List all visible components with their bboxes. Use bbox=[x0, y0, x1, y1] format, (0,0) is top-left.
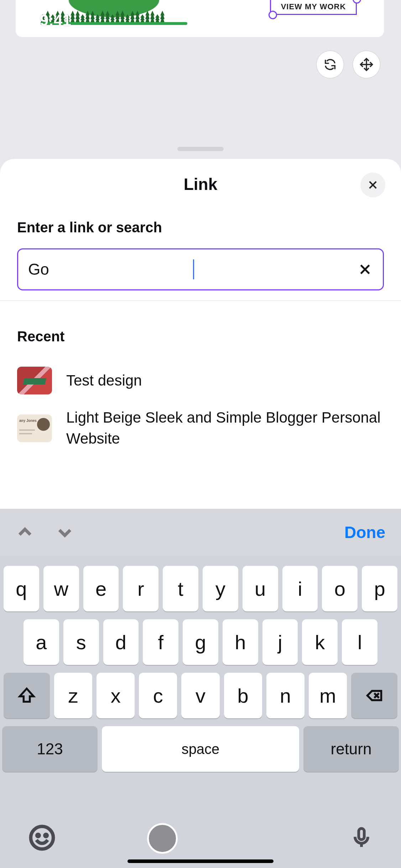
svg-point-2 bbox=[45, 835, 47, 837]
key-k[interactable]: k bbox=[302, 619, 338, 665]
status-time: 9:41 bbox=[40, 11, 71, 29]
floating-controls bbox=[316, 51, 380, 78]
move-button[interactable] bbox=[353, 51, 380, 78]
link-input-wrap[interactable]: Go bbox=[17, 248, 384, 290]
sheet-drag-handle[interactable] bbox=[177, 147, 224, 151]
recent-heading: Recent bbox=[17, 329, 384, 345]
link-input[interactable]: Go bbox=[28, 260, 192, 278]
key-x[interactable]: x bbox=[97, 673, 135, 718]
globe-button[interactable] bbox=[147, 823, 178, 854]
backspace-icon bbox=[365, 686, 384, 705]
key-p[interactable]: p bbox=[362, 566, 397, 611]
key-q[interactable]: q bbox=[4, 566, 39, 611]
key-a[interactable]: a bbox=[24, 619, 59, 665]
view-my-work-button[interactable]: VIEW MY WORK bbox=[270, 0, 357, 15]
chevron-down-icon[interactable] bbox=[56, 523, 74, 542]
key-h[interactable]: h bbox=[223, 619, 258, 665]
sheet-title: Link bbox=[17, 175, 384, 194]
emoji-icon bbox=[28, 824, 56, 851]
mic-button[interactable] bbox=[350, 824, 373, 853]
key-w[interactable]: w bbox=[43, 566, 79, 611]
key-v[interactable]: v bbox=[181, 673, 219, 718]
close-icon bbox=[367, 179, 379, 191]
return-key[interactable]: return bbox=[303, 726, 399, 772]
home-indicator[interactable] bbox=[127, 859, 274, 863]
key-o[interactable]: o bbox=[322, 566, 358, 611]
divider bbox=[0, 300, 401, 301]
emoji-button[interactable] bbox=[28, 824, 56, 853]
svg-point-0 bbox=[31, 826, 53, 849]
sync-button[interactable] bbox=[316, 51, 344, 78]
done-button[interactable]: Done bbox=[344, 523, 385, 542]
key-m[interactable]: m bbox=[309, 673, 347, 718]
key-f[interactable]: f bbox=[143, 619, 178, 665]
recent-item-label: Test design bbox=[66, 370, 142, 391]
canvas-preview: 9:41 VIEW MY WORK bbox=[0, 0, 401, 157]
recent-item[interactable]: Test design bbox=[17, 360, 384, 401]
design-card[interactable]: 9:41 VIEW MY WORK bbox=[16, 0, 384, 37]
clear-input-button[interactable] bbox=[357, 262, 373, 277]
clear-icon bbox=[358, 262, 372, 277]
text-caret bbox=[193, 259, 194, 279]
key-j[interactable]: j bbox=[262, 619, 298, 665]
key-y[interactable]: y bbox=[203, 566, 238, 611]
key-e[interactable]: e bbox=[83, 566, 119, 611]
keyboard: qwertyuiop asdfghjkl zxcvbnm 123 space r… bbox=[0, 556, 401, 868]
key-s[interactable]: s bbox=[63, 619, 99, 665]
keyboard-accessory-bar: Done bbox=[0, 509, 401, 556]
selection-handle-bl[interactable] bbox=[269, 11, 277, 19]
key-t[interactable]: t bbox=[163, 566, 198, 611]
sync-icon bbox=[323, 57, 337, 72]
key-z[interactable]: z bbox=[54, 673, 92, 718]
key-g[interactable]: g bbox=[183, 619, 218, 665]
input-label: Enter a link or search bbox=[17, 219, 384, 236]
key-d[interactable]: d bbox=[103, 619, 139, 665]
move-icon bbox=[359, 57, 374, 72]
key-l[interactable]: l bbox=[342, 619, 377, 665]
key-c[interactable]: c bbox=[139, 673, 177, 718]
shift-icon bbox=[17, 686, 36, 705]
key-i[interactable]: i bbox=[282, 566, 318, 611]
key-r[interactable]: r bbox=[123, 566, 158, 611]
recent-item[interactable]: any Jones Light Beige Sleek and Simple B… bbox=[17, 401, 384, 456]
shift-key[interactable] bbox=[4, 673, 50, 718]
recent-item-label: Light Beige Sleek and Simple Blogger Per… bbox=[66, 407, 384, 449]
close-button[interactable] bbox=[360, 172, 385, 197]
recent-thumb: any Jones bbox=[17, 414, 52, 442]
recent-list: Test design any Jones Light Beige Sleek … bbox=[17, 360, 384, 456]
chevron-up-icon[interactable] bbox=[16, 523, 34, 542]
backspace-key[interactable] bbox=[351, 673, 397, 718]
key-u[interactable]: u bbox=[243, 566, 278, 611]
recent-thumb bbox=[17, 367, 52, 394]
key-b[interactable]: b bbox=[224, 673, 262, 718]
svg-point-1 bbox=[37, 835, 39, 837]
svg-rect-3 bbox=[359, 828, 364, 839]
numbers-key[interactable]: 123 bbox=[2, 726, 98, 772]
space-key[interactable]: space bbox=[102, 726, 299, 772]
key-n[interactable]: n bbox=[266, 673, 304, 718]
mic-icon bbox=[350, 824, 373, 852]
